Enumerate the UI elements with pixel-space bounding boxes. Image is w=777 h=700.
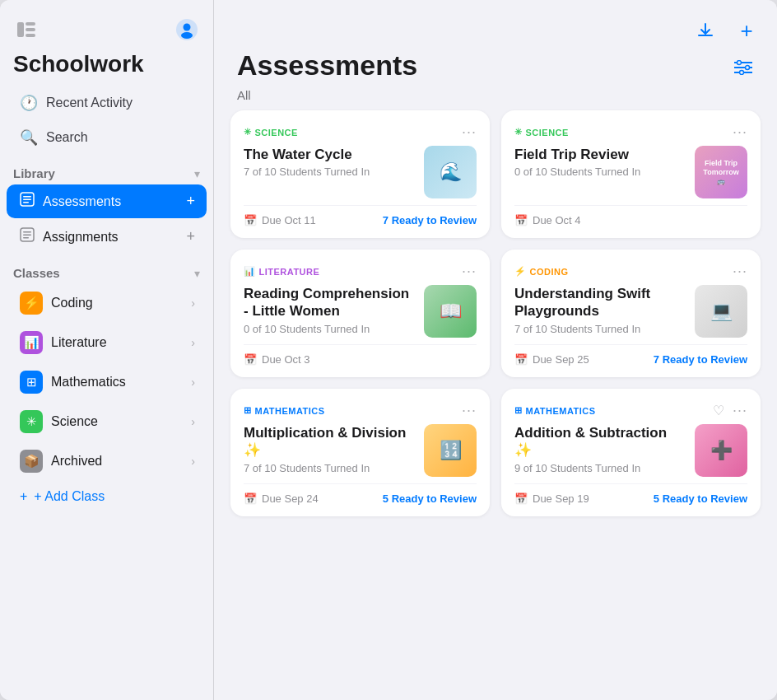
card-more-button[interactable]: ···: [462, 263, 477, 280]
card-reading-comprehension: 📊 LITERATURE ··· Reading Comprehension -…: [230, 250, 490, 377]
card-more-button[interactable]: ···: [462, 124, 477, 141]
assessments-add-icon[interactable]: +: [186, 193, 195, 210]
mathematics-subject-icon: ⊞: [244, 405, 252, 416]
card-header: 📊 LITERATURE ···: [244, 263, 477, 280]
coding-class-icon: ⚡: [20, 292, 43, 315]
card-review[interactable]: 7 Ready to Review: [654, 353, 747, 366]
card-subtitle: 0 of 10 Students Turned In: [514, 166, 685, 178]
mathematics-subject-icon2: ⊞: [514, 405, 523, 416]
literature-subject-icon: 📊: [244, 266, 256, 277]
filter-label: All: [214, 82, 777, 110]
mathematics-label: Mathematics: [51, 375, 183, 390]
card-review[interactable]: 7 Ready to Review: [383, 214, 477, 226]
sidebar-item-search[interactable]: 🔍 Search: [7, 121, 207, 154]
sidebar-item-science[interactable]: ✳ Science ›: [7, 403, 207, 441]
sidebar-item-coding[interactable]: ⚡ Coding ›: [7, 284, 207, 322]
card-due: 📅 Due Oct 11: [244, 214, 316, 226]
calendar-icon: 📅: [514, 214, 528, 226]
calendar-icon: 📅: [514, 353, 528, 366]
card-due: 📅 Due Sep 25: [514, 353, 589, 366]
science-chevron-icon: ›: [191, 415, 195, 428]
assessments-label: Assessments: [43, 194, 178, 209]
profile-icon[interactable]: [174, 16, 200, 43]
card-text: Addition & Subtraction ✨ 9 of 10 Student…: [514, 424, 685, 474]
main-title: Assessments: [237, 49, 417, 82]
card-footer: 📅 Due Sep 24 5 Ready to Review: [244, 483, 477, 505]
thumb-math2-icon: ➕: [695, 424, 747, 477]
card-subtitle: 7 of 10 Students Turned In: [514, 323, 685, 335]
card-body: Multiplication & Division ✨ 7 of 10 Stud…: [244, 424, 477, 477]
calendar-icon: 📅: [244, 353, 257, 366]
card-more-button[interactable]: ···: [733, 402, 747, 419]
card-header: ⚡ CODING ···: [514, 263, 747, 280]
sidebar-nav-label: Recent Activity: [46, 96, 133, 110]
sidebar-item-assignments[interactable]: Assignments +: [7, 220, 207, 254]
thumb-reading-icon: 📖: [424, 285, 477, 338]
add-button[interactable]: +: [733, 16, 761, 44]
card-more-button[interactable]: ···: [733, 263, 747, 280]
calendar-icon: 📅: [244, 214, 257, 226]
science-subject-icon2: ✳: [514, 127, 523, 138]
card-review[interactable]: 5 Ready to Review: [383, 492, 477, 505]
literature-label: Literature: [51, 335, 183, 350]
card-text: The Water Cycle 7 of 10 Students Turned …: [244, 146, 414, 178]
card-title: Multiplication & Division ✨: [244, 424, 414, 460]
card-body: Understanding Swift Playgrounds 7 of 10 …: [514, 285, 747, 338]
sidebar-item-assessments[interactable]: Assessments +: [7, 184, 207, 218]
library-section-header[interactable]: Library ▾: [0, 158, 213, 184]
card-subtitle: 7 of 10 Students Turned In: [244, 462, 414, 474]
main-title-row: Assessments: [214, 49, 777, 82]
card-more-button[interactable]: ···: [733, 124, 747, 141]
classes-section-header[interactable]: Classes ▾: [0, 258, 213, 283]
library-chevron-icon: ▾: [194, 167, 200, 180]
filter-all-label: All: [237, 88, 251, 102]
search-icon: 🔍: [20, 128, 38, 147]
card-review[interactable]: 5 Ready to Review: [654, 492, 747, 505]
assignments-label: Assignments: [43, 230, 178, 245]
heart-icon[interactable]: ♡: [713, 403, 724, 418]
thumb-water-icon: 🌊: [424, 146, 477, 198]
filter-button[interactable]: [729, 54, 757, 82]
download-button[interactable]: [691, 16, 719, 44]
science-label: Science: [51, 414, 183, 429]
card-due: 📅 Due Oct 3: [244, 353, 310, 366]
main-content: + Assessments All: [214, 0, 777, 700]
svg-rect-0: [17, 22, 24, 37]
assignments-add-icon[interactable]: +: [186, 228, 195, 245]
card-text: Understanding Swift Playgrounds 7 of 10 …: [514, 285, 685, 335]
classes-section-title: Classes: [13, 266, 60, 280]
svg-point-19: [746, 66, 750, 70]
sidebar-item-recent-activity[interactable]: 🕐 Recent Activity: [7, 86, 207, 119]
svg-rect-14: [23, 237, 29, 239]
svg-rect-10: [23, 202, 29, 203]
card-body: Field Trip Review 0 of 10 Students Turne…: [514, 146, 747, 198]
mathematics-class-icon: ⊞: [20, 371, 43, 394]
card-water-cycle: ✳ SCIENCE ··· The Water Cycle 7 of 10 St…: [230, 110, 490, 238]
svg-rect-12: [23, 231, 31, 233]
add-class-label: + Add Class: [34, 489, 105, 504]
card-body: Reading Comprehension - Little Women 0 o…: [244, 285, 477, 338]
card-subject: ✳ SCIENCE: [514, 127, 569, 138]
mathematics-chevron-icon: ›: [191, 376, 195, 389]
sidebar-item-literature[interactable]: 📊 Literature ›: [7, 324, 207, 362]
sidebar-toggle-icon[interactable]: [13, 16, 40, 43]
card-thumbnail: ➕: [695, 424, 747, 477]
science-subject-icon: ✳: [244, 127, 252, 138]
card-header: ✳ SCIENCE ···: [514, 124, 747, 141]
svg-point-20: [740, 71, 744, 75]
sidebar-search-label: Search: [46, 130, 88, 145]
card-more-button[interactable]: ···: [462, 402, 477, 419]
sidebar-item-archived[interactable]: 📦 Archived ›: [7, 442, 207, 480]
card-title: Field Trip Review: [514, 146, 685, 163]
svg-rect-13: [23, 235, 31, 236]
svg-rect-3: [26, 34, 35, 37]
assessments-icon: [20, 192, 35, 211]
add-class-icon: +: [20, 489, 27, 504]
card-footer: 📅 Due Sep 25 7 Ready to Review: [514, 344, 747, 366]
coding-label: Coding: [51, 296, 183, 310]
cards-grid: ✳ SCIENCE ··· The Water Cycle 7 of 10 St…: [214, 110, 777, 536]
sidebar-item-mathematics[interactable]: ⊞ Mathematics ›: [7, 363, 207, 401]
add-class-button[interactable]: + + Add Class: [7, 482, 207, 511]
science-class-icon: ✳: [20, 410, 43, 433]
card-title: The Water Cycle: [244, 146, 414, 163]
